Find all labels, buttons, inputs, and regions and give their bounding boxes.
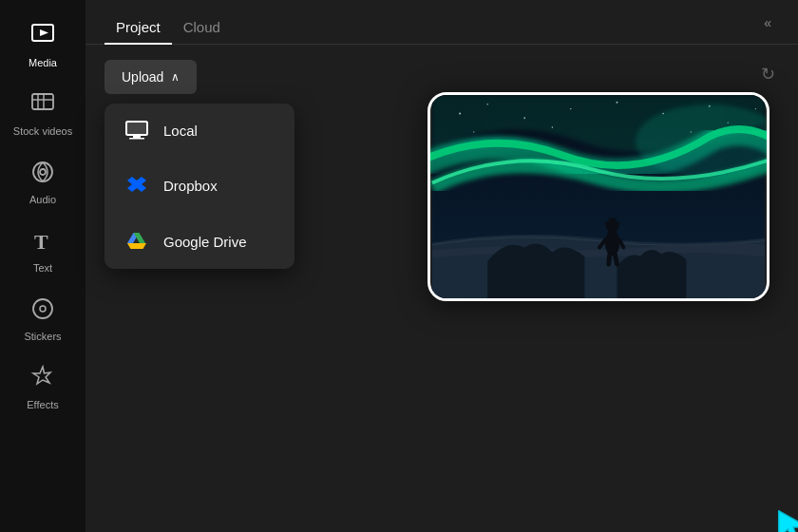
cursor-svg xyxy=(771,504,798,532)
svg-text:T: T xyxy=(34,230,48,253)
tab-project[interactable]: Project xyxy=(104,11,172,45)
stock-videos-icon xyxy=(30,91,55,120)
google-drive-icon xyxy=(125,231,148,252)
sidebar: Media Stock videos Audio xyxy=(0,0,86,532)
text-icon: T xyxy=(30,228,55,256)
upload-button[interactable]: Upload ∧ xyxy=(104,60,197,94)
refresh-button[interactable]: ↻ xyxy=(757,60,779,88)
sidebar-label-stock-videos: Stock videos xyxy=(13,125,72,137)
sidebar-label-audio: Audio xyxy=(29,194,56,205)
upload-chevron: ∧ xyxy=(171,70,180,84)
dropdown-item-dropbox[interactable]: Dropbox xyxy=(104,157,294,214)
image-preview xyxy=(428,92,770,301)
svg-point-29 xyxy=(605,230,620,256)
sidebar-item-audio[interactable]: Audio xyxy=(0,148,86,217)
svg-point-8 xyxy=(40,169,46,175)
panel-content: Upload ∧ ↻ Local xyxy=(86,45,798,532)
aurora-image xyxy=(430,95,767,298)
collapse-button[interactable]: « xyxy=(756,11,779,34)
sidebar-label-media: Media xyxy=(28,57,57,68)
tabs-bar: Project Cloud « xyxy=(86,0,798,45)
dropdown-item-google-drive[interactable]: Google Drive xyxy=(104,214,294,269)
sidebar-item-text[interactable]: T Text xyxy=(0,217,86,285)
svg-point-10 xyxy=(33,299,52,318)
upload-label: Upload xyxy=(122,69,163,85)
sidebar-label-text: Text xyxy=(33,262,52,274)
local-icon xyxy=(125,121,148,140)
sidebar-label-stickers: Stickers xyxy=(24,331,61,342)
svg-rect-14 xyxy=(129,138,144,140)
svg-marker-1 xyxy=(40,29,48,36)
main-content: Project Cloud « Upload ∧ ↻ L xyxy=(86,0,798,532)
svg-rect-31 xyxy=(605,221,620,225)
dropdown-label-dropbox: Dropbox xyxy=(163,178,218,194)
sidebar-item-media[interactable]: Media xyxy=(0,10,86,80)
dropdown-item-local[interactable]: Local xyxy=(104,104,294,157)
dropdown-label-local: Local xyxy=(163,123,198,139)
dropbox-icon xyxy=(125,174,148,197)
svg-point-7 xyxy=(33,162,52,181)
sidebar-item-effects[interactable]: Effects xyxy=(0,353,86,422)
sidebar-item-stock-videos[interactable]: Stock videos xyxy=(0,80,86,148)
sidebar-item-stickers[interactable]: Stickers xyxy=(0,285,86,353)
sidebar-label-effects: Effects xyxy=(27,399,58,410)
effects-icon xyxy=(30,365,55,393)
audio-icon xyxy=(30,160,55,188)
media-icon xyxy=(29,21,56,51)
svg-line-36 xyxy=(616,255,618,264)
svg-rect-2 xyxy=(32,94,53,109)
svg-rect-12 xyxy=(126,122,147,135)
stickers-icon xyxy=(30,296,55,325)
svg-point-11 xyxy=(40,306,46,312)
dropdown-label-google-drive: Google Drive xyxy=(163,234,247,250)
svg-rect-13 xyxy=(133,135,141,138)
upload-dropdown: Local Dropbox xyxy=(104,104,294,269)
svg-line-35 xyxy=(609,255,610,264)
tab-cloud[interactable]: Cloud xyxy=(172,11,232,45)
svg-rect-32 xyxy=(609,218,617,221)
